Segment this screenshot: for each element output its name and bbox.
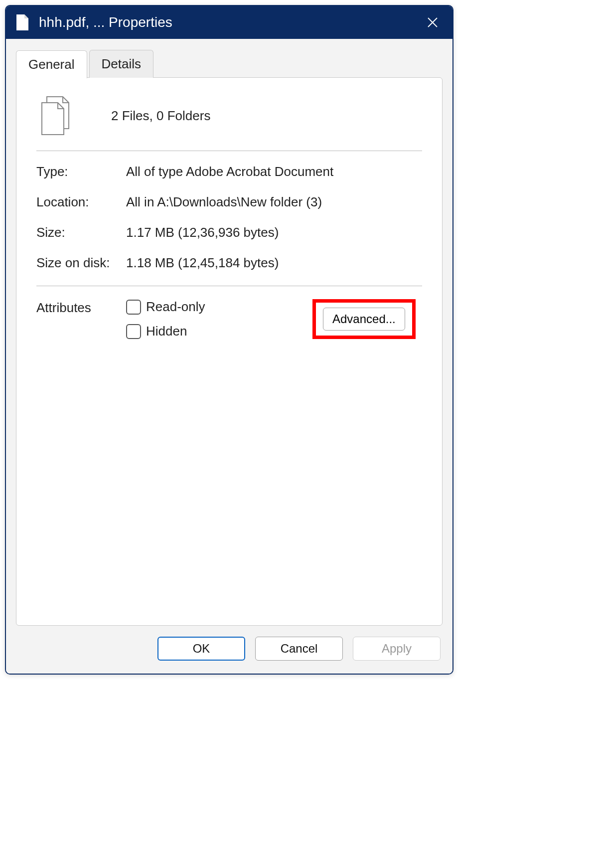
hidden-checkbox[interactable] (126, 324, 141, 339)
window-title: hhh.pdf, ... Properties (39, 14, 172, 30)
summary-row: 2 Files, 0 Folders (36, 93, 422, 151)
dialog-button-bar: OK Cancel Apply (6, 626, 452, 674)
readonly-checkbox-row[interactable]: Read-only (126, 299, 312, 315)
apply-button: Apply (353, 637, 441, 661)
size-label: Size: (36, 225, 126, 240)
attributes-label: Attributes (36, 299, 126, 316)
size-value: 1.17 MB (12,36,936 bytes) (126, 225, 422, 240)
multiple-files-icon (36, 96, 76, 136)
advanced-highlight-box: Advanced... (312, 299, 416, 339)
property-grid: Type: All of type Adobe Acrobat Document… (36, 164, 422, 271)
attributes-section: Attributes Read-only Hidden Advanced... (36, 299, 422, 339)
tab-details[interactable]: Details (89, 50, 153, 78)
readonly-checkbox[interactable] (126, 300, 141, 315)
tab-general[interactable]: General (16, 50, 87, 78)
cancel-button[interactable]: Cancel (255, 637, 343, 661)
hidden-label: Hidden (146, 324, 187, 339)
size-on-disk-label: Size on disk: (36, 255, 126, 271)
attribute-checkboxes: Read-only Hidden (126, 299, 312, 339)
divider (36, 286, 422, 286)
titlebar: hhh.pdf, ... Properties (6, 6, 452, 39)
properties-dialog: hhh.pdf, ... Properties General Details (5, 5, 453, 675)
location-value: All in A:\Downloads\New folder (3) (126, 194, 422, 210)
summary-text: 2 Files, 0 Folders (111, 108, 210, 124)
type-value: All of type Adobe Acrobat Document (126, 164, 422, 179)
file-icon (15, 14, 29, 31)
tab-panel-general: 2 Files, 0 Folders Type: All of type Ado… (16, 77, 443, 626)
hidden-checkbox-row[interactable]: Hidden (126, 324, 312, 339)
size-on-disk-value: 1.18 MB (12,45,184 bytes) (126, 255, 422, 271)
advanced-highlight: Advanced... (312, 299, 422, 339)
dialog-body: General Details 2 Files, 0 Folders Type: (6, 39, 452, 626)
divider (36, 151, 422, 151)
location-label: Location: (36, 194, 126, 210)
ok-button[interactable]: OK (157, 637, 245, 661)
advanced-button[interactable]: Advanced... (323, 308, 405, 331)
readonly-label: Read-only (146, 299, 205, 315)
type-label: Type: (36, 164, 126, 179)
tab-strip: General Details (16, 50, 443, 78)
close-button[interactable] (424, 13, 442, 31)
